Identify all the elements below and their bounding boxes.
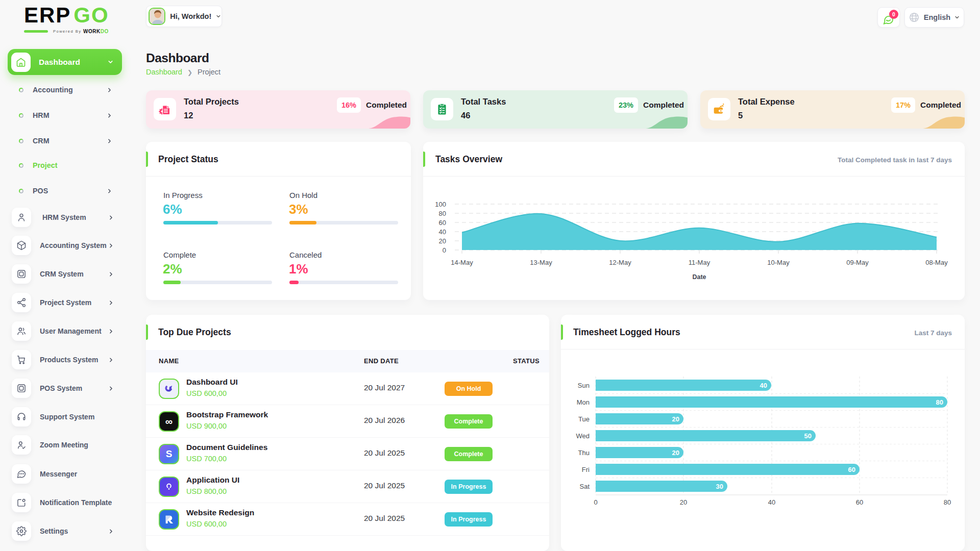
svg-text:80: 80 (944, 498, 951, 506)
svg-text:Mon: Mon (577, 398, 590, 406)
svg-text:Sat: Sat (579, 483, 590, 490)
svg-text:13-May: 13-May (530, 259, 552, 266)
svg-text:80: 80 (936, 398, 943, 406)
svg-text:Sun: Sun (578, 382, 590, 389)
svg-text:20: 20 (672, 415, 679, 423)
svg-text:80: 80 (439, 210, 446, 217)
svg-text:Thu: Thu (578, 449, 590, 457)
svg-text:09-May: 09-May (846, 259, 869, 266)
svg-text:40: 40 (439, 228, 446, 236)
svg-text:14-May: 14-May (451, 259, 473, 266)
svg-text:10-May: 10-May (767, 259, 790, 266)
svg-text:0: 0 (594, 498, 597, 506)
svg-text:30: 30 (716, 483, 723, 490)
svg-text:0: 0 (443, 246, 446, 254)
svg-text:11-May: 11-May (689, 259, 710, 266)
svg-text:60: 60 (848, 466, 855, 473)
svg-text:100: 100 (435, 201, 446, 208)
svg-text:Date: Date (692, 273, 706, 281)
svg-text:20: 20 (680, 498, 687, 506)
svg-text:20: 20 (672, 449, 679, 457)
svg-text:08-May: 08-May (925, 259, 948, 266)
svg-text:40: 40 (760, 382, 767, 389)
svg-text:Tue: Tue (578, 415, 590, 423)
svg-text:Fri: Fri (582, 466, 590, 473)
svg-text:50: 50 (804, 432, 812, 440)
svg-text:20: 20 (439, 237, 446, 245)
svg-text:40: 40 (768, 498, 775, 506)
svg-text:Wed: Wed (576, 432, 590, 440)
svg-text:60: 60 (856, 498, 863, 506)
svg-text:60: 60 (439, 219, 446, 227)
svg-text:12-May: 12-May (609, 259, 631, 266)
